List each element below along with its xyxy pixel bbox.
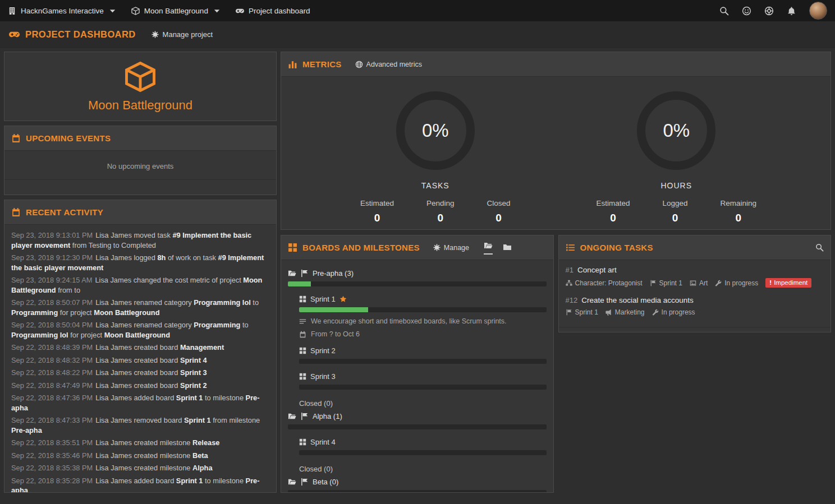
gauge-label: TASKS: [315, 181, 556, 190]
milestone-progress-bar: [288, 424, 547, 429]
board-progress-bar: [299, 450, 547, 455]
boards-milestones-panel: BOARDS AND MILESTONES Manage Pre-apha (3…: [281, 235, 554, 493]
board-row[interactable]: Sprint 2: [299, 346, 547, 355]
cube-icon: [123, 61, 158, 93]
activity-item: Sep 22, 2018 8:47:36 PMLisa James added …: [11, 393, 269, 413]
avatar[interactable]: [809, 2, 827, 20]
activity-time: Sep 23, 2018 9:13:01 PM: [11, 231, 93, 239]
milestone-row[interactable]: Beta (0): [288, 478, 547, 486]
boards-title: BOARDS AND MILESTONES: [288, 243, 420, 252]
stat-name: Estimated: [360, 199, 394, 207]
wrench-icon: [652, 309, 659, 316]
board-row[interactable]: Sprint 4: [299, 438, 547, 446]
building-icon: [8, 7, 16, 15]
task-meta: Character: ProtagonistSprint 1ArtIn prog…: [566, 278, 824, 288]
upcoming-events-panel: UPCOMING EVENTS No upcoming events: [4, 126, 277, 195]
activity-item: Sep 22, 2018 8:48:39 PMLisa James create…: [11, 343, 269, 353]
board-row[interactable]: Sprint 1: [299, 295, 547, 303]
impediment-badge: !Impediment: [765, 278, 811, 288]
board-progress-bar: [299, 359, 547, 364]
star-icon: [339, 295, 347, 303]
help-wheel-icon[interactable]: [764, 6, 774, 16]
recent-activity-title: RECENT ACTIVITY: [11, 207, 103, 217]
stat-value: 0: [662, 212, 687, 224]
upcoming-events-title: UPCOMING EVENTS: [11, 133, 111, 143]
activity-time: Sep 22, 2018 8:47:49 PM: [11, 381, 93, 390]
gear-icon: [152, 31, 159, 38]
milestone-label: Beta (0): [313, 478, 338, 486]
folder-icon: [503, 243, 512, 252]
sitemap-icon: [566, 280, 572, 286]
closed-boards-link[interactable]: Closed (0): [299, 465, 547, 473]
board: Sprint 2: [299, 346, 547, 364]
manage-project-button[interactable]: Manage project: [152, 30, 213, 39]
calendar-icon: [299, 331, 306, 338]
org-menu[interactable]: HacknGames Interactive: [8, 7, 117, 15]
project-name: Moon Battleground: [144, 7, 208, 15]
chevron-down-icon: [108, 7, 117, 15]
milestone: Alpha (1): [288, 412, 547, 429]
activity-item: Sep 23, 2018 9:12:30 PMLisa James logged…: [11, 253, 269, 272]
milestone: Pre-apha (3): [288, 269, 547, 286]
task-tag: Marketing: [605, 308, 645, 316]
task-item[interactable]: #1Concept artCharacter: ProtagonistSprin…: [566, 266, 824, 288]
board-dates: From ? to Oct 6: [299, 330, 547, 338]
folder-toggle-group: [484, 241, 512, 255]
collapse-all-button[interactable]: [503, 243, 512, 253]
org-name: HacknGames Interactive: [21, 7, 104, 15]
right-column: METRICS Advanced metrics 0%TASKSEstimate…: [281, 52, 831, 493]
ongoing-tasks-footer: [559, 327, 831, 332]
smiley-icon[interactable]: [742, 6, 751, 16]
milestone: Beta (0): [288, 478, 547, 492]
task-list-icon: [566, 243, 575, 252]
flag-icon: [650, 280, 657, 286]
folder-open-icon: [288, 269, 296, 278]
wrench-icon: [715, 280, 722, 286]
boards-header: BOARDS AND MILESTONES Manage: [281, 235, 553, 260]
board-label: Sprint 4: [310, 438, 336, 446]
advanced-metrics-button[interactable]: Advanced metrics: [355, 61, 422, 68]
closed-boards-link[interactable]: Closed (0): [299, 399, 547, 408]
search-icon[interactable]: [719, 6, 729, 16]
expand-all-button[interactable]: [484, 241, 493, 255]
nav-project-dashboard[interactable]: Project dashboard: [236, 7, 310, 15]
activity-time: Sep 22, 2018 8:50:04 PM: [11, 321, 93, 329]
ongoing-tasks-panel: ONGOING TASKS #1Concept artCharacter: Pr…: [558, 235, 832, 332]
task-tag: Character: Protagonist: [566, 279, 643, 287]
board-row[interactable]: Sprint 3: [299, 372, 547, 381]
activity-time: Sep 22, 2018 8:50:07 PM: [11, 298, 93, 307]
activity-item: Sep 22, 2018 8:48:32 PMLisa James create…: [11, 355, 269, 366]
search-tasks-icon[interactable]: [815, 243, 824, 252]
gauge-ring: 0%: [637, 91, 715, 170]
stat-name: Estimated: [596, 199, 630, 207]
ongoing-tasks-header: ONGOING TASKS: [559, 235, 831, 260]
stat-name: Closed: [487, 199, 511, 207]
metrics-body: 0%TASKSEstimated0Pending0Closed00%HOURSE…: [281, 77, 831, 224]
milestone-row[interactable]: Alpha (1): [288, 412, 547, 420]
bell-icon[interactable]: [787, 6, 796, 16]
board-description: We encourage short and timeboxed boards,…: [299, 317, 547, 325]
left-column: Moon Battleground UPCOMING EVENTS No upc…: [4, 52, 277, 493]
calendar-icon: [11, 207, 21, 217]
project-card[interactable]: Moon Battleground: [4, 52, 277, 121]
task-item[interactable]: #12Create the social media accountsSprin…: [566, 296, 824, 316]
gamepad-icon: [9, 29, 20, 40]
globe-icon: [355, 61, 363, 68]
activity-time: Sep 23, 2018 9:24:15 AM: [11, 276, 92, 284]
manage-boards-button[interactable]: Manage: [433, 244, 469, 252]
gauge-value: 0%: [422, 120, 449, 141]
activity-time: Sep 22, 2018 8:35:38 PM: [11, 464, 93, 472]
activity-list: Sep 23, 2018 9:13:01 PMLisa James moved …: [4, 225, 276, 493]
grid-icon: [299, 438, 306, 446]
image-icon: [690, 280, 696, 286]
activity-time: Sep 22, 2018 8:48:32 PM: [11, 356, 93, 364]
stat-value: 0: [596, 212, 630, 224]
project-menu[interactable]: Moon Battleground: [131, 7, 221, 15]
stat-value: 0: [360, 212, 394, 224]
task-tag: Sprint 1: [566, 308, 598, 316]
activity-item: Sep 22, 2018 8:47:33 PMLisa James remove…: [11, 415, 269, 435]
lower-row: BOARDS AND MILESTONES Manage Pre-apha (3…: [281, 235, 831, 493]
milestone-row[interactable]: Pre-apha (3): [288, 269, 547, 278]
page-title: PROJECT DASHBOARD: [9, 29, 136, 40]
calendar-icon: [11, 133, 21, 143]
